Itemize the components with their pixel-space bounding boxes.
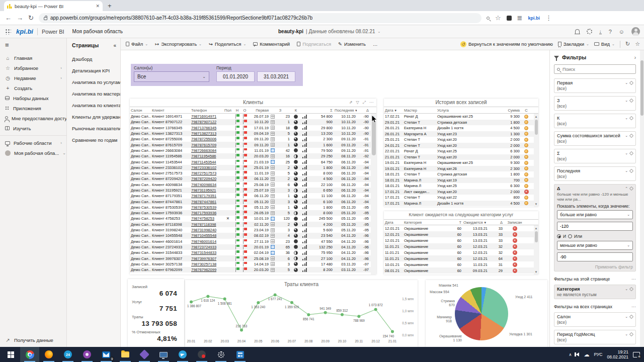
expected-table-row[interactable]: 12.01.21Окрашивание6013.03.2133✕ [384, 231, 538, 237]
clients-table-row[interactable]: Демо Сал...Клиент 1045554879871045554808… [130, 233, 376, 238]
phone-link[interactable]: 798787255006 [191, 137, 216, 141]
reading-list-icon[interactable]: ≣ [517, 14, 523, 22]
column-header-Услуга[interactable]: Услуга [436, 108, 499, 113]
filter-card-последняя[interactable]: Последняя⌄(все) [554, 166, 636, 181]
phone-link[interactable]: 798727517573 [191, 171, 216, 175]
clients-table-row[interactable]: Демо Сал...Клиент 3119592179873119592125… [130, 188, 376, 193]
url-bar[interactable]: app.powerbi.com/groups/me/reports/388076… [39, 13, 481, 23]
favorite-star-icon[interactable]: ☆ [635, 41, 640, 47]
data-point[interactable] [374, 308, 377, 311]
data-point[interactable] [324, 311, 327, 314]
toolbar-share-button[interactable]: ↪Поделиться⌄ [209, 41, 246, 47]
expected-table-row[interactable]: 11.01.21Окрашивание6012.03.2132✕ [384, 249, 538, 255]
history-table-row[interactable]: 17.01.21Степан ТУход кат.22800 [384, 195, 538, 201]
data-point[interactable] [190, 300, 193, 303]
clients-table-row[interactable]: Демо Сал...Клиент 3199824079873199824023… [130, 227, 376, 233]
chevron-down-icon[interactable]: ⌄ [625, 287, 628, 291]
report-page-сравнение-по-годам[interactable]: Сравнение по годам [72, 134, 120, 146]
clear-filter-icon[interactable] [629, 134, 633, 138]
salon-slicer-dropdown[interactable]: Все ⌄ [134, 71, 209, 82]
history-table-row[interactable]: 21.01.21Степан ТУход кат.202 000 [384, 154, 538, 160]
clients-table-row[interactable]: Демо Сал...Клиент 2333610279872333610225… [130, 165, 376, 170]
history-table-row[interactable]: 19.01.21Екатерина НУход кат.262 300 [384, 166, 538, 172]
search-icon[interactable] [487, 17, 490, 20]
toolbar-comment-button[interactable]: Комментарий [253, 41, 290, 47]
scrollbar-thumb[interactable] [535, 120, 538, 135]
sidebar-item-plus[interactable]: +Создать [0, 83, 66, 93]
help-icon[interactable]: ? [609, 29, 612, 35]
taskbar-remote-desktop[interactable] [154, 347, 173, 362]
expand-panel-icon[interactable]: › [634, 55, 636, 60]
chevron-down-icon[interactable]: ⌄ [625, 81, 628, 85]
column-header-Первая[interactable]: Первая [249, 108, 270, 113]
new-tab-button[interactable]: + [108, 2, 112, 10]
column-header-Ожидается[interactable]: Ожидается ▼ [462, 220, 489, 225]
chevron-down-icon[interactable]: ⌄ [625, 116, 628, 120]
phone-link[interactable]: 798767962099 [191, 267, 216, 272]
chevron-down-icon[interactable]: ⌄ [625, 315, 628, 319]
clear-filter-icon[interactable] [629, 187, 633, 191]
phone-link[interactable]: 798787907122 [191, 120, 216, 124]
condition1-value-input[interactable] [557, 222, 633, 231]
report-page-аналитика-по-клиентам[interactable]: Аналитика по клиентам [72, 100, 120, 111]
and-radio[interactable] [557, 234, 561, 238]
report-page-рыночные-показатели[interactable]: Рыночные показатели [72, 123, 120, 134]
hamburger-menu-icon[interactable]: ≡ [0, 38, 66, 53]
account-avatar[interactable] [631, 27, 640, 36]
scroll-down-icon[interactable]: ▼ [534, 269, 538, 275]
expected-table-row[interactable]: 08.01.21Окрашивание6009.03.2129✕ [384, 267, 538, 274]
chevron-down-icon[interactable]: ⌄ [625, 169, 628, 173]
phone-link[interactable]: 798711453544 [191, 160, 216, 164]
language-indicator[interactable]: РУС [594, 352, 602, 357]
apply-filter-link[interactable]: Применить фильтр [557, 264, 633, 269]
phone-link[interactable]: 798787118398 [191, 222, 216, 227]
taskbar-app-24[interactable]: 24 [58, 347, 77, 362]
column-header-Δ[interactable]: Δ [489, 220, 504, 225]
taskbar-visual-studio[interactable] [135, 347, 154, 362]
clients-table-row[interactable]: Демо Сал...Клиент 2372493379872372493320… [130, 244, 376, 250]
taskbar-settings[interactable] [211, 347, 230, 362]
bookmark-star-icon[interactable]: ☆ [495, 14, 501, 22]
phone-link[interactable]: 798787179351 [191, 194, 216, 198]
start-button[interactable] [1, 347, 20, 362]
phone-link[interactable]: 798746001614 [191, 239, 216, 244]
clear-filter-icon[interactable] [629, 81, 633, 85]
clear-filter-icon[interactable] [629, 169, 633, 173]
toolbar-mail-button[interactable]: Подписаться [297, 41, 331, 47]
history-table-row[interactable]: 18.01.21Марина ЛУход кат.19700 [384, 177, 538, 184]
onedrive-cloud-icon[interactable]: ☁ [584, 352, 589, 357]
column-header-Категория[interactable]: Категория [403, 220, 443, 225]
filter-card-первая[interactable]: Первая⌄(все) [554, 78, 636, 93]
chevron-down-icon[interactable]: ⌄ [625, 134, 628, 138]
period-to-input[interactable]: 31.03.2021 [257, 71, 295, 82]
taskbar-telegram[interactable] [173, 347, 192, 362]
filter-card-к[interactable]: К⌄(все) [554, 114, 636, 128]
clients-table-row[interactable]: Демо Сал...Клиент 3025713879873025713814… [130, 261, 376, 267]
collapse-pages-icon[interactable]: « [113, 43, 116, 48]
column-header-С[interactable]: С [521, 108, 532, 113]
settings-gear-icon[interactable] [587, 29, 592, 34]
column-header-Телефон[interactable]: Телефон [190, 108, 222, 113]
history-table-row[interactable]: 17.02.21Ренат ДОкрашивание кат.259 300 [384, 114, 538, 120]
data-point[interactable] [206, 295, 209, 298]
data-point[interactable] [223, 298, 226, 301]
clients-table-row[interactable]: Демо Сал...Клиент 3154483379873154483302… [130, 250, 376, 255]
clients-table-row[interactable]: Демо Сал...Клиент 1691497179871691497126… [130, 114, 376, 119]
sidebar-item-star[interactable]: ☆Избранное› [0, 63, 66, 73]
volume-icon[interactable] [576, 352, 579, 356]
clients-table-row[interactable]: Демо Сал...Клиент 3997630779873997630725… [130, 255, 376, 261]
phone-link[interactable]: 798723336102 [191, 165, 216, 170]
extensions-icon[interactable] [507, 16, 512, 21]
history-table-row[interactable]: 19.01.21Екатерина НОкрашивание кат.259 3… [384, 160, 538, 166]
clear-filter-icon[interactable] [629, 315, 633, 319]
taskbar-chrome[interactable] [20, 347, 39, 362]
data-point[interactable] [341, 313, 344, 316]
condition1-select[interactable]: больше или равно ⌄ [557, 210, 633, 219]
phone-link[interactable]: 798730257138 [191, 262, 216, 266]
phone-link[interactable]: 798716914971 [191, 114, 216, 119]
clients-table-row[interactable]: Демо Сал...Клиент 1759393679871759393626… [130, 210, 376, 216]
filter-search-input[interactable] [562, 67, 633, 72]
column-header-О[interactable]: О [241, 108, 249, 113]
clear-filter-icon[interactable] [629, 287, 633, 291]
history-table-scrollbar[interactable]: ▲ ▼ [534, 114, 538, 207]
